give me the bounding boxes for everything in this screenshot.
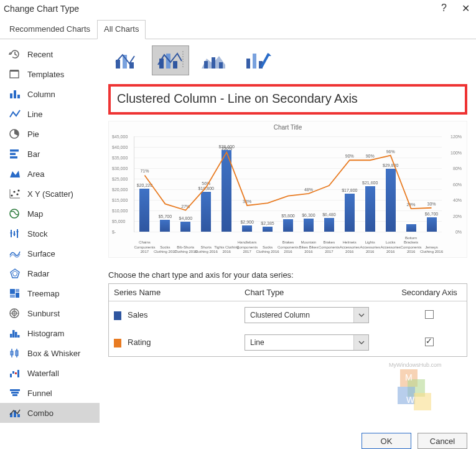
svg-rect-25 [10,289,15,294]
subtype-clustered-column-line[interactable] [108,45,146,75]
subtype-stacked-area-column[interactable] [195,45,233,75]
sidebar-item-label: Recent [27,50,53,59]
combo-secondary-icon [157,50,184,71]
series-row-sales: SalesClustered Column [109,301,467,329]
subtype-title: Clustered Column - Line on Secondary Axi… [117,92,459,106]
sidebar-item-recent[interactable]: Recent [0,44,100,64]
sidebar-item-area[interactable]: Area [0,164,100,184]
svg-rect-50 [17,414,20,417]
cancel-button[interactable]: Cancel [418,433,467,449]
sidebar-item-waterfall[interactable]: Waterfall [0,363,100,383]
sidebar-item-label: Templates [27,70,64,79]
svg-point-16 [10,209,19,218]
svg-rect-4 [17,95,20,98]
series-type-select-sales[interactable]: Clustered Column [245,307,369,323]
sidebar-item-surface[interactable]: Surface [0,243,100,263]
tab-all-charts[interactable]: All Charts [97,20,146,39]
svg-rect-56 [173,61,177,69]
series-name: Rating [128,338,151,347]
sidebar-item-column[interactable]: Column [0,84,100,104]
sidebar-item-box-whisker[interactable]: Box & Whisker [0,343,100,363]
window-title: Change Chart Type [4,4,79,14]
sidebar-item-label: Combo [27,409,54,418]
subtype-custom-combo[interactable] [239,45,276,75]
sidebar-item-label: X Y (Scatter) [27,189,73,199]
header-chart-type: Chart Type [240,284,392,301]
svg-point-12 [16,193,18,195]
svg-rect-33 [10,334,12,338]
sidebar-item-label: Box & Whisker [27,349,80,358]
svg-rect-44 [17,370,19,377]
surface-icon [9,248,21,259]
stacked-area-combo-icon [200,50,228,71]
sidebar-item-histogram[interactable]: Histogram [0,323,100,343]
sidebar-item-line[interactable]: Line [0,104,100,124]
box-whisker-icon [9,347,21,359]
chart-preview[interactable]: Chart Title $-$5,000$10,000$15,000$20,00… [108,121,467,258]
svg-rect-62 [246,59,250,69]
sidebar-item-treemap[interactable]: Treemap [0,283,100,303]
sidebar-item-label: Funnel [27,389,52,398]
svg-rect-60 [212,57,215,69]
secondary-axis-checkbox-rating[interactable] [425,338,434,346]
svg-rect-38 [11,351,13,355]
series-config: Choose the chart type and axis for your … [108,270,467,357]
custom-combo-icon [244,50,271,71]
tab-recommended-charts[interactable]: Recommended Charts [2,20,97,39]
svg-rect-28 [10,295,15,298]
svg-rect-61 [219,62,223,69]
svg-marker-9 [10,171,20,177]
series-swatch [114,311,121,320]
header-secondary-axis: Secondary Axis [392,284,467,301]
map-icon [9,208,21,219]
series-name: Sales [128,310,148,319]
svg-point-11 [13,191,15,192]
sidebar-item-x-y-scatter-[interactable]: X Y (Scatter) [0,184,100,204]
tabs: Recommended Charts All Charts [0,19,476,39]
sidebar-item-templates[interactable]: Templates [0,64,100,84]
secondary-axis-checkbox-sales[interactable] [425,310,434,319]
column-icon [9,88,21,100]
series-type-value: Clustered Column [250,311,310,319]
svg-rect-26 [16,289,19,292]
svg-rect-8 [10,156,17,159]
series-type-select-rating[interactable]: Line [245,334,369,351]
series-config-table: Series Name Chart Type Secondary Axis Sa… [108,283,467,357]
svg-rect-34 [12,330,15,338]
series-row-rating: RatingLine [109,329,467,356]
header-series-name: Series Name [109,284,240,301]
sidebar-item-pie[interactable]: Pie [0,124,100,144]
sidebar-item-label: Surface [27,249,55,258]
svg-marker-23 [11,269,19,278]
svg-rect-63 [253,54,256,69]
chart-category-list: RecentTemplatesColumnLinePieBarAreaX Y (… [0,39,100,427]
radar-icon [9,268,21,279]
sunburst-icon [9,308,21,319]
treemap-icon [9,288,21,299]
chevron-down-icon [353,308,368,323]
close-button[interactable]: ✕ [462,2,470,14]
sidebar-item-radar[interactable]: Radar [0,263,100,283]
sidebar-item-combo[interactable]: Combo [0,403,100,423]
stock-icon [9,228,21,239]
sidebar-item-label: Radar [27,269,49,278]
sidebar-item-funnel[interactable]: Funnel [0,383,100,403]
help-button[interactable]: ? [441,2,447,14]
sidebar-item-label: Column [27,90,55,99]
sidebar-item-label: Waterfall [27,369,59,378]
subtype-clustered-column-line-secondary[interactable] [152,45,189,75]
sidebar-item-label: Area [27,169,44,179]
svg-rect-1 [10,70,19,72]
sidebar-item-bar[interactable]: Bar [0,144,100,164]
pie-icon [9,128,21,139]
title-bar: Change Chart Type ? ✕ [0,0,476,19]
sidebar-item-stock[interactable]: Stock [0,224,100,243]
svg-rect-42 [12,371,14,374]
ok-button[interactable]: OK [362,433,411,449]
sidebar-item-map[interactable]: Map [0,204,100,224]
sidebar-item-sunburst[interactable]: Sunburst [0,303,100,323]
main-pane: Clustered Column - Line on Secondary Axi… [100,39,476,427]
svg-rect-7 [10,153,16,156]
area-icon [9,168,21,179]
series-config-header: Series Name Chart Type Secondary Axis [109,284,467,301]
